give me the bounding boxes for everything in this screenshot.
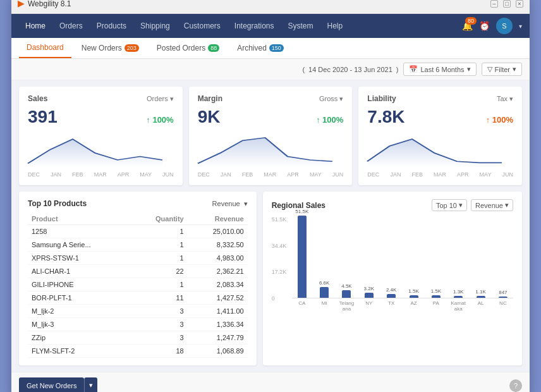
avatar-dropdown[interactable]: ▾ xyxy=(519,23,522,30)
window-controls: – □ × xyxy=(490,0,523,8)
bottom-bar: Get New Orders ▾ ? xyxy=(11,372,530,392)
bar-label: CA xyxy=(292,300,312,312)
get-new-orders-button[interactable]: Get New Orders xyxy=(19,377,84,392)
tab-bar: Dashboard New Orders 203 Posted Orders 8… xyxy=(11,38,530,59)
bar-element xyxy=(298,216,307,298)
products-card: Top 10 Products Revenue ▾ Product Quanti… xyxy=(19,192,257,365)
nav-right: 🔔 80 ⏰ S ▾ xyxy=(462,18,522,34)
bar-element xyxy=(320,287,329,298)
product-revenue: 4,983.00 xyxy=(188,252,248,265)
products-table: Product Quantity Revenue 1258125,010.00S… xyxy=(28,213,248,358)
bar-value-label: 1.3K xyxy=(453,289,463,295)
product-revenue: 2,362.21 xyxy=(188,265,248,278)
help-button[interactable]: ? xyxy=(509,379,522,392)
bar-element xyxy=(365,293,374,298)
sales-subtitle[interactable]: Orders ▾ xyxy=(147,95,174,103)
bar-value-label: 2.4K xyxy=(386,287,396,293)
sales-title: Sales xyxy=(28,94,47,103)
table-row: Samsung A Serie...18,332.50 xyxy=(28,238,248,252)
nav-orders[interactable]: Orders xyxy=(53,18,89,34)
product-name: GILI-IPHONE xyxy=(28,278,131,291)
bar-wrap: 1.3K xyxy=(448,289,468,298)
table-row: FLYM-SLFT-2181,068.89 xyxy=(28,345,248,358)
minimize-button[interactable]: – xyxy=(490,0,498,8)
notification-badge: 80 xyxy=(465,17,477,25)
bar-value-label: 847 xyxy=(499,290,507,295)
liability-subtitle[interactable]: Tax ▾ xyxy=(497,95,513,103)
nav-bar: Home Orders Products Shipping Customers … xyxy=(11,14,530,38)
notification-icon[interactable]: 🔔 80 xyxy=(462,21,473,31)
liability-card: Liability Tax ▾ 7.8K ↑ 100% xyxy=(358,87,522,185)
bar-label: Telang ana xyxy=(336,300,356,312)
tab-archived[interactable]: Archived 150 xyxy=(229,39,291,58)
bar-label: AL xyxy=(470,300,490,312)
col-revenue: Revenue xyxy=(188,213,248,225)
date-filter-arrow: ▾ xyxy=(467,65,471,73)
margin-subtitle[interactable]: Gross ▾ xyxy=(319,95,343,103)
tab-new-orders[interactable]: New Orders 203 xyxy=(74,39,147,58)
bar-chart: 51.5K6.6K4.5K3.2K2.4K1.5K1.5K1.3K1.1K847 xyxy=(292,216,513,298)
bar-wrap: 2.4K xyxy=(381,287,401,298)
main-window: ▶ Webgility 8.1 – □ × Home Orders Produc… xyxy=(11,0,530,392)
get-orders-dropdown-button[interactable]: ▾ xyxy=(84,377,97,392)
date-filter-button[interactable]: 📅 Last 6 Months ▾ xyxy=(403,63,476,76)
product-name: FLYM-SLFT-2 xyxy=(28,345,131,358)
tab-dashboard[interactable]: Dashboard xyxy=(19,38,71,58)
toolbar: ( 14 Dec 2020 - 13 Jun 2021 ) 📅 Last 6 M… xyxy=(11,59,530,80)
avatar[interactable]: S xyxy=(496,18,513,34)
tab-posted-orders[interactable]: Posted Orders 88 xyxy=(149,39,227,58)
main-content: Sales Orders ▾ 391 ↑ 100% xyxy=(11,80,530,372)
get-orders-arrow-icon: ▾ xyxy=(89,381,93,389)
products-dropdown-arrow[interactable]: ▾ xyxy=(244,200,248,208)
bottom-row: Top 10 Products Revenue ▾ Product Quanti… xyxy=(19,192,522,365)
metric-select[interactable]: Revenue ▾ xyxy=(471,199,513,211)
title-bar: ▶ Webgility 8.1 – □ × xyxy=(11,0,530,14)
bar-value-label: 1.5K xyxy=(408,288,418,294)
product-qty: 3 xyxy=(131,305,187,318)
bar-wrap: 6.6K xyxy=(314,280,334,298)
products-title: Top 10 Products xyxy=(28,199,87,208)
product-revenue: 1,411.00 xyxy=(188,305,248,318)
bar-value-label: 4.5K xyxy=(341,283,351,289)
nav-customers[interactable]: Customers xyxy=(178,18,227,34)
product-qty: 3 xyxy=(131,318,187,331)
date-range-value: 14 Dec 2020 - 13 Jun 2021 xyxy=(308,66,392,73)
maximize-button[interactable]: □ xyxy=(503,0,511,8)
sales-header: Sales Orders ▾ xyxy=(28,94,174,103)
sales-chart-labels: DECJANFEBMARAPRMAYJUN xyxy=(28,171,174,178)
bar-wrap: 1.1K xyxy=(470,289,490,298)
nav-products[interactable]: Products xyxy=(90,18,133,34)
product-qty: 22 xyxy=(131,265,187,278)
top-select[interactable]: Top 10 ▾ xyxy=(432,199,467,211)
product-revenue: 1,336.34 xyxy=(188,318,248,331)
table-row: ZZip31,247.79 xyxy=(28,331,248,345)
bar-wrap: 4.5K xyxy=(336,283,356,298)
close-button[interactable]: × xyxy=(516,0,523,8)
products-header: Top 10 Products Revenue ▾ xyxy=(28,199,248,208)
archived-badge: 150 xyxy=(269,44,284,52)
tax-dropdown-arrow: ▾ xyxy=(509,95,513,103)
app-logo: ▶ xyxy=(18,0,24,8)
nav-shipping[interactable]: Shipping xyxy=(134,18,176,34)
nav-help[interactable]: Help xyxy=(321,18,350,34)
bar-label: Karnat aka xyxy=(448,300,468,312)
bar-value-label: 3.2K xyxy=(364,286,374,291)
regional-card: Regional Sales Top 10 ▾ Revenue ▾ xyxy=(263,192,522,365)
nav-integrations[interactable]: Integrations xyxy=(228,18,281,34)
liability-change: ↑ 100% xyxy=(486,115,513,125)
bar-element xyxy=(410,295,418,298)
clock-icon[interactable]: ⏰ xyxy=(479,21,490,31)
bar-wrap: 51.5K xyxy=(292,209,312,298)
filter-button[interactable]: ▽ Filter ▾ xyxy=(482,63,522,76)
nav-system[interactable]: System xyxy=(282,18,320,34)
nav-home[interactable]: Home xyxy=(19,18,52,34)
gross-dropdown-arrow: ▾ xyxy=(339,95,343,103)
product-qty: 11 xyxy=(131,291,187,305)
bar-wrap: 1.5K xyxy=(403,288,423,298)
product-name: ZZip xyxy=(28,331,131,345)
margin-chart-labels: DECJANFEBMARAPRMAYJUN xyxy=(198,171,344,178)
app-title: Webgility 8.1 xyxy=(28,0,71,8)
products-controls: Revenue ▾ xyxy=(212,200,248,208)
new-orders-badge: 203 xyxy=(125,44,139,52)
margin-values: 9K ↑ 100% xyxy=(198,107,344,127)
